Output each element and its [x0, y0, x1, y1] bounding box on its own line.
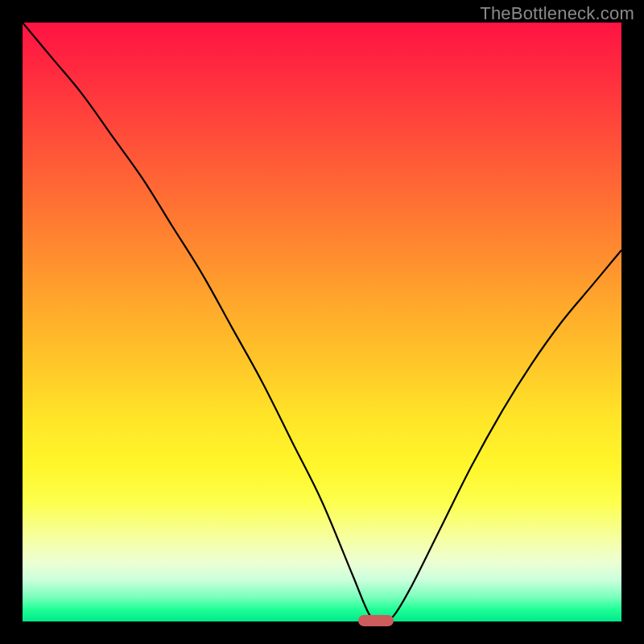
watermark-text: TheBottleneck.com [480, 3, 634, 24]
bottleneck-curve [23, 23, 621, 621]
plot-area [23, 23, 621, 621]
chart-frame: TheBottleneck.com [0, 0, 644, 644]
optimum-marker [358, 615, 394, 626]
curve-path [23, 23, 621, 621]
